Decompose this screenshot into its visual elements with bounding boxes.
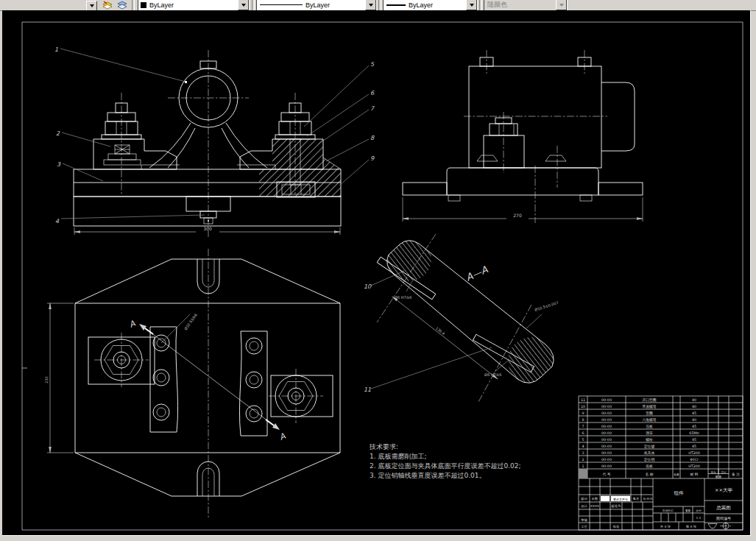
bom-row: 3 00-00 夹具体 HT200 [582, 450, 699, 455]
lineweight-combo[interactable]: ByLayer [383, 0, 478, 11]
dimension-height: 230 [44, 303, 74, 453]
bom-row: 4 00-00 定位键 45 [582, 444, 696, 449]
layers-icon[interactable] [116, 0, 129, 10]
bom-cell-name: 带肩螺母 [642, 404, 656, 409]
bom-cell-name: 定位销 [644, 457, 655, 462]
cad-drawing: 300 1 2 3 4 5 6 7 8 9 [2, 10, 750, 535]
design-value: XXXX [590, 504, 599, 508]
chevron-down-icon [470, 4, 474, 7]
bom-cell-code: 00-00 [601, 438, 612, 442]
toolbar-separator [378, 0, 381, 10]
bom-cell-name: 弹簧 [646, 431, 653, 436]
bom-cell-name: 垫圈 [646, 411, 653, 416]
bom-cell-no: 7 [582, 425, 584, 428]
callout-9: 9 [370, 155, 375, 162]
bom-cell-name: 压板 [646, 425, 653, 428]
stage-label: 阶段标记 [663, 509, 674, 512]
plan-view: A A Ø10 S3/h6 230 [44, 249, 341, 519]
bom-cell-material: 40 [692, 398, 696, 402]
bom-cell-name: 夹具体 [644, 450, 655, 455]
bom-cell-material: HT200 [688, 451, 700, 455]
combo-arrow [556, 0, 567, 10]
organization: ××大学 [715, 487, 732, 493]
part-name: 组件 [674, 490, 685, 496]
bom-cell-code: 00-00 [601, 411, 612, 415]
tech-req-item: 2. 底板定位面与夹具体底面平行度误差不超过0.02; [370, 462, 521, 470]
application-window: ByLayer ByLayer ByLayer 随颜色 [0, 0, 756, 541]
bom-cell-no: 11 [581, 398, 585, 402]
callout-1: 1 [54, 46, 58, 53]
dim-hole: Ø10.5±0.007 [534, 300, 559, 312]
tech-req-title: 技术要求: [369, 443, 398, 450]
drawing-canvas[interactable]: 300 1 2 3 4 5 6 7 8 9 [2, 10, 751, 536]
bom-row: 1 00-00 底板 HT200 [582, 464, 699, 468]
section-letter-top: A [128, 319, 138, 330]
color-swatch [141, 2, 146, 8]
sign-label: 签名 [633, 497, 640, 501]
callout-2: 2 [56, 130, 60, 137]
callout-3: 3 [57, 161, 61, 168]
section-aa-view: A—A 10 11 Ø6 H7/k6 136.4 Ø10.5±0.007 Ø8 … [364, 234, 559, 402]
bom-cell-material: 45 [692, 425, 696, 428]
bom-cell-code: 00-00 [601, 464, 612, 468]
bom-cell-material: 45 [692, 411, 696, 415]
bom-cell-code: 00-00 [601, 445, 612, 448]
toolbar-separator [479, 0, 482, 10]
layer-combo-arrow[interactable] [86, 1, 97, 11]
callout-10: 10 [364, 283, 372, 290]
make-layer-current-icon[interactable] [101, 0, 114, 10]
bom-cell-code: 00-00 [601, 425, 612, 428]
chevron-down-icon [559, 4, 564, 7]
plotstyle-combo[interactable]: 随颜色 [484, 0, 568, 11]
audit-label: 审核 [581, 518, 587, 522]
bom-row: 8 00-00 六角螺母 40 [582, 417, 696, 422]
bom-header-total: 总计 [720, 471, 727, 474]
color-combo[interactable]: ByLayer [138, 0, 250, 11]
combo-arrow[interactable] [238, 0, 249, 10]
bom-cell-no: 1 [582, 464, 584, 468]
drawing-name: 总装图 [716, 505, 731, 511]
bom-rows: 11 00-00 开口垫圈 40 10 00-00 带肩螺母 40 9 00-0… [581, 398, 700, 468]
technical-requirements: 技术要求: 1. 底板需磨削加工; 2. 底板定位面与夹具体底面平行度误差不超过… [369, 443, 521, 479]
toolbar-separator [252, 0, 255, 10]
bom-cell-name: 底板 [646, 464, 653, 468]
bom-cell-material: 40 [692, 405, 696, 409]
combo-arrow[interactable] [365, 0, 376, 10]
chevron-down-icon [90, 4, 94, 7]
drawing-number: 图纸编号 [716, 516, 731, 521]
combo-arrow[interactable] [466, 0, 477, 10]
standard-label: 标准化 [612, 504, 622, 509]
design-label: 设计 [581, 504, 587, 508]
bom-cell-material: 45 [692, 445, 696, 448]
bom-header-material: 材 料 [689, 473, 698, 477]
process-label: 工艺 [581, 525, 587, 528]
bom-cell-material: 45 [692, 438, 696, 442]
bom-cell-material: HT200 [688, 464, 700, 468]
bom-cell-material: 40 [692, 418, 696, 422]
linetype-combo[interactable]: ByLayer [256, 0, 377, 11]
change-doc-label: 更改文件号 [613, 498, 628, 501]
bom-cell-no: 10 [581, 405, 585, 409]
bom-row: 10 00-00 带肩螺母 40 [581, 404, 696, 409]
bom-header-name: 名 称 [645, 473, 653, 477]
scale-label: 比例 [696, 509, 702, 512]
bom-row: 5 00-00 螺栓 45 [582, 437, 696, 442]
bom-cell-code: 00-00 [601, 418, 612, 422]
properties-toolbar: ByLayer ByLayer ByLayer 随颜色 [0, 0, 756, 11]
count-label: 处数 [592, 497, 598, 501]
bom-header-unit: 单件 [710, 471, 716, 474]
approve-label: 批准 [612, 525, 620, 528]
bom-row: 6 00-00 弹簧 65Mn [582, 431, 699, 436]
bom-cell-material: 40Cr [690, 458, 698, 462]
bom-cell-no: 2 [582, 458, 584, 462]
lineweight-value: ByLayer [406, 1, 466, 9]
bom-cell-name: 开口垫圈 [642, 398, 656, 403]
bom-cell-name: 螺栓 [646, 437, 653, 442]
callout-7: 7 [370, 105, 375, 112]
color-value: ByLayer [146, 1, 238, 9]
section-hatch [259, 169, 341, 197]
dim-text: 230 [44, 376, 49, 383]
bom-row: 7 00-00 压板 45 [582, 425, 696, 428]
bom-header-qty: 数量 [674, 473, 679, 476]
dim-text: 300 [203, 226, 212, 231]
